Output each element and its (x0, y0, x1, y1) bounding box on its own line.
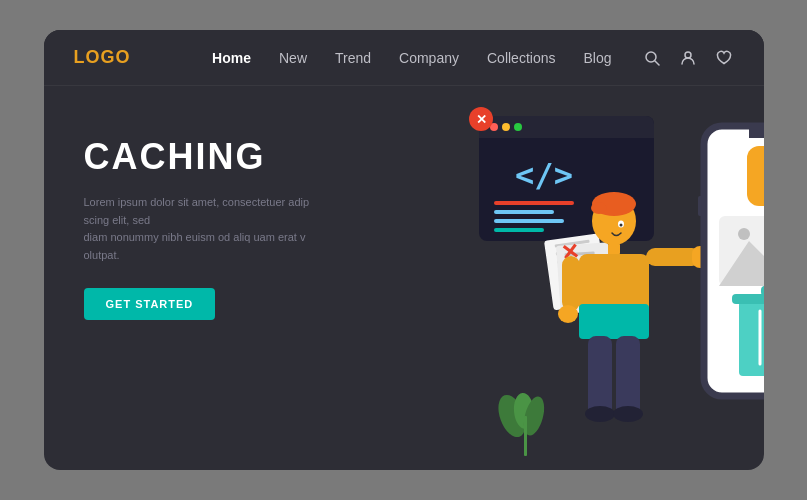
hero-subtitle: Lorem ipsum dolor sit amet, consectetuer… (84, 194, 324, 264)
hero-text: CACHING Lorem ipsum dolor sit amet, cons… (84, 136, 324, 320)
char-leg-left (588, 336, 612, 416)
cta-button[interactable]: GET STARTED (84, 288, 216, 320)
char-hand-left (558, 305, 578, 323)
nav-link-blog[interactable]: Blog (583, 50, 611, 66)
char-pupil-right (619, 224, 622, 227)
x-badge-text: ✕ (475, 112, 486, 127)
nav-icons (642, 48, 734, 68)
logo: LOGO (74, 47, 131, 68)
phone-notch (749, 128, 764, 138)
browser-window: LOGO Home New Trend Company Collections … (44, 30, 764, 470)
char-sweater-stripe (579, 304, 649, 339)
window-dot-yellow (502, 123, 510, 131)
stem-left (524, 416, 527, 456)
svg-line-1 (655, 61, 659, 65)
hero-title: CACHING (84, 136, 324, 178)
search-icon[interactable] (642, 48, 662, 68)
code-window-header-ext (479, 130, 654, 138)
navbar: LOGO Home New Trend Company Collections … (44, 30, 764, 86)
nav-link-collections[interactable]: Collections (487, 50, 555, 66)
nav-link-home[interactable]: Home (212, 50, 251, 66)
heart-icon[interactable] (714, 48, 734, 68)
nav-link-company[interactable]: Company (399, 50, 459, 66)
nav-links: Home New Trend Company Collections Blog (212, 50, 611, 66)
char-leg-right (616, 336, 640, 416)
code-line-3 (494, 219, 564, 223)
char-neck (608, 243, 620, 255)
nav-link-trend[interactable]: Trend (335, 50, 371, 66)
char-arm-left (562, 256, 580, 311)
code-tag-text: </> (515, 156, 573, 194)
char-shoe-left (585, 406, 615, 422)
char-shoe-right (613, 406, 643, 422)
phone-image-sun (738, 228, 750, 240)
code-line-1 (494, 201, 574, 205)
user-icon[interactable] (678, 48, 698, 68)
main-content: CACHING Lorem ipsum dolor sit amet, cons… (44, 86, 764, 470)
window-dot-green (514, 123, 522, 131)
music-app-icon (747, 146, 764, 206)
char-hair-left (591, 202, 607, 214)
nav-link-new[interactable]: New (279, 50, 307, 66)
svg-point-2 (685, 52, 691, 58)
code-line-4 (494, 228, 544, 232)
trash-lid (732, 294, 764, 304)
code-line-2 (494, 210, 554, 214)
phone-btn-left (698, 196, 703, 216)
